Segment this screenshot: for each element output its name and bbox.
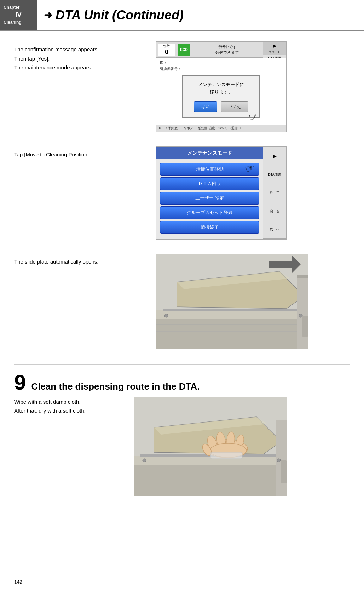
section-divider: [14, 364, 350, 365]
wipe-svg: [134, 397, 287, 496]
eco-badge: ECO: [178, 44, 190, 56]
dialog-buttons: はい いいえ: [190, 101, 252, 112]
screen2-right-buttons: ▶ DTA開閉 終 了 戻 る 次 へ: [263, 147, 286, 239]
svg-rect-5: [163, 309, 301, 311]
step9-header: 9 Clean the dispensing route in the DTA.: [14, 372, 350, 393]
header-title-area: ➜ DTA Unit (Continued): [37, 0, 364, 30]
svg-point-10: [299, 314, 302, 317]
play-button[interactable]: ▶: [263, 147, 286, 165]
step9-description: Wipe with a soft damp cloth. After that,…: [14, 397, 120, 415]
maintenance-mode-title: メンテナンスモード: [156, 147, 263, 159]
screen1-topbar: 包数0 ECO 待機中です 分包できます ▶スタート DTA開閉 DTAセット …: [156, 42, 286, 58]
step9-desc1: Wipe with a soft damp cloth.: [14, 397, 120, 407]
step9-desc2: After that, dry with a soft cloth.: [14, 406, 120, 415]
svg-point-9: [164, 314, 168, 317]
arrow-icon: ➜: [44, 9, 52, 21]
dta-open-btn2[interactable]: DTA開閉: [263, 165, 286, 184]
section1-line3: The maintenance mode appears.: [14, 63, 141, 72]
svg-rect-23: [281, 460, 287, 483]
svg-rect-20: [276, 420, 287, 496]
remaining-label: 紙残量: [198, 126, 207, 131]
wipe-illustration: [134, 397, 287, 498]
end-button[interactable]: 終 了: [263, 184, 286, 202]
page-number: 142: [14, 579, 22, 585]
screen1-right-buttons: ▶スタート DTA開閉 DTAセット カセット呼出 ⚙メンテナンス: [263, 42, 286, 57]
page-title: DTA Unit (Continued): [56, 8, 184, 23]
step9-number: 9: [14, 372, 26, 393]
section1-line2: Then tap [Yes].: [14, 54, 141, 63]
count-box: 包数0: [158, 44, 175, 56]
section-slide-plate: The slide plate automatically opens.: [14, 254, 350, 350]
start-button[interactable]: ▶スタート: [263, 42, 286, 55]
section3-line1: The slide plate automatically opens.: [14, 257, 141, 266]
screen2-mockup: メンテナンスモード 清掃位置移動 ＤＴＡ回収 ユーザー 設定 グループカセット登…: [156, 146, 287, 240]
screen2-wrapper: メンテナンスモード 清掃位置移動 ＤＴＡ回収 ユーザー 設定 グループカセット登…: [156, 146, 287, 240]
step9-body: Wipe with a soft damp cloth. After that,…: [14, 397, 350, 498]
dialog-text: メンテナンスモードに 移ります。: [190, 81, 252, 96]
step9-title: Clean the dispensing route in the DTA.: [31, 381, 200, 392]
ticket-row: 引換券番号：: [160, 67, 282, 71]
svg-point-22: [277, 459, 281, 462]
status-text: 待機中です 分包できます: [191, 42, 263, 57]
user-settings-button[interactable]: ユーザー 設定: [160, 192, 259, 205]
section3-text: The slide plate automatically opens.: [14, 254, 141, 266]
screen2-top: メンテナンスモード 清掃位置移動 ＤＴＡ回収 ユーザー 設定 グループカセット登…: [156, 147, 286, 239]
screen1-bottombar: ＤＴＡ予約数： リボン： 紙残量 温度 125 ℃ /通信 O: [156, 125, 286, 132]
chapter-label: Chapter IV Cleaning: [0, 0, 37, 30]
cleaning-end-button[interactable]: 清掃終了: [160, 221, 259, 234]
screen1-mockup: 包数0 ECO 待機中です 分包できます ▶スタート DTA開閉 DTAセット …: [156, 41, 287, 132]
back-button[interactable]: 戻 る: [263, 202, 286, 220]
dta-collect-button[interactable]: ＤＴＡ回収: [160, 177, 259, 190]
svg-rect-2: [156, 310, 308, 319]
screen1-body: ID： 引換券番号： メンテナンスモードに 移ります。 はい いいえ ☞: [156, 58, 286, 125]
svg-rect-6: [297, 275, 308, 349]
section1-text: The confirmation massage appears. Then t…: [14, 41, 141, 72]
svg-rect-1: [156, 317, 308, 349]
svg-rect-13: [302, 316, 308, 337]
slide-plate-svg: [156, 254, 308, 349]
no-button[interactable]: いいえ: [221, 101, 248, 112]
section2-text: Tap [Move to Cleaning Position].: [14, 146, 141, 159]
page-header: Chapter IV Cleaning ➜ DTA Unit (Continue…: [0, 0, 364, 31]
svg-rect-7: [297, 275, 308, 278]
next-button[interactable]: 次 へ: [263, 220, 286, 238]
section1-line1: The confirmation massage appears.: [14, 45, 141, 54]
group-cassette-button[interactable]: グループカセット登録: [160, 206, 259, 219]
section-maintenance: Tap [Move to Cleaning Position]. メンテナンスモ…: [14, 146, 350, 240]
ribbon-label: リボン：: [184, 126, 196, 131]
section-confirmation: The confirmation massage appears. Then t…: [14, 41, 350, 132]
temp-label: 温度 125 ℃ /通信 O: [209, 126, 241, 131]
step9-section: 9 Clean the dispensing route in the DTA.…: [14, 372, 350, 498]
yes-button[interactable]: はい: [194, 101, 217, 112]
section2-line1: Tap [Move to Cleaning Position].: [14, 150, 141, 159]
dta-reserved: ＤＴＡ予約数：: [158, 126, 181, 131]
slide-plate-illustration: [156, 254, 308, 350]
svg-point-21: [143, 459, 146, 462]
svg-rect-31: [210, 452, 242, 459]
screen2-left: メンテナンスモード 清掃位置移動 ＤＴＡ回収 ユーザー 設定 グループカセット登…: [156, 147, 263, 239]
main-content: The confirmation massage appears. Then t…: [0, 31, 364, 519]
svg-rect-15: [134, 463, 287, 496]
id-row: ID：: [160, 61, 282, 65]
